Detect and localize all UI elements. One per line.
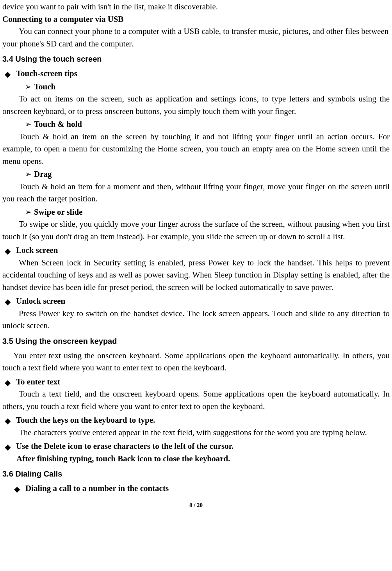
bullet-delete-icon: ◆ Use the Delete icon to erase character…	[5, 440, 390, 453]
body-bold-line: After finishing typing, touch Back icon …	[16, 453, 390, 465]
subbullet-label: Touch	[34, 81, 55, 93]
body-text: Press Power key to switch on the handset…	[2, 308, 390, 332]
bullet-label: Touch the keys on the keyboard to type.	[16, 414, 155, 427]
section-3-6-heading: 3.6 Dialing Calls	[2, 470, 390, 479]
diamond-icon: ◆	[5, 296, 11, 308]
body-text: Touch & hold an item for a moment and th…	[2, 181, 390, 205]
bullet-dialing: ◆ Dialing a call to a number in the cont…	[14, 482, 390, 495]
subbullet-touch: ➢ Touch	[25, 81, 390, 93]
bullet-enter-text: ◆ To enter text	[5, 376, 390, 388]
diamond-icon: ◆	[5, 377, 11, 388]
arrow-icon: ➢	[25, 206, 32, 218]
section-3-5-heading: 3.5 Using the onscreen keypad	[2, 337, 390, 346]
bullet-label: Dialing a call to a number in the contac…	[25, 482, 169, 495]
bullet-label: Unlock screen	[16, 295, 65, 308]
document-page: device you want to pair with isn't in th…	[0, 0, 392, 516]
subbullet-label: Touch & hold	[34, 118, 82, 131]
body-text: Touch a text field, and the onscreen key…	[2, 388, 390, 413]
body-text: The characters you've entered appear in …	[2, 427, 390, 439]
bullet-unlock-screen: ◆ Unlock screen	[5, 295, 390, 308]
body-text: You enter text using the onscreen keyboa…	[2, 350, 390, 374]
section-heading-usb: Connecting to a computer via USB	[2, 13, 390, 26]
subbullet-label: Swipe or slide	[34, 206, 82, 219]
body-text: Touch & hold an item on the screen by to…	[2, 131, 390, 168]
diamond-icon: ◆	[5, 68, 11, 80]
bullet-label: Use the Delete icon to erase characters …	[16, 440, 233, 453]
bullet-lock-screen: ◆ Lock screen	[5, 244, 390, 257]
arrow-icon: ➢	[25, 168, 32, 180]
arrow-icon: ➢	[25, 118, 32, 130]
section-3-4-heading: 3.4 Using the touch screen	[2, 55, 390, 64]
body-fragment: device you want to pair with isn't in th…	[2, 1, 390, 13]
diamond-icon: ◆	[14, 483, 20, 495]
body-text: To swipe or slide, you quickly move your…	[2, 218, 390, 243]
bullet-touchscreen-tips: ◆ Touch-screen tips	[5, 68, 390, 80]
body-text: To act on items on the screen, such as a…	[2, 93, 390, 117]
bullet-label: Lock screen	[16, 244, 58, 257]
subbullet-touch-hold: ➢ Touch & hold	[25, 118, 390, 131]
subbullet-drag: ➢ Drag	[25, 168, 390, 181]
diamond-icon: ◆	[5, 245, 11, 257]
arrow-icon: ➢	[25, 81, 32, 92]
subbullet-label: Drag	[34, 168, 52, 181]
subbullet-swipe: ➢ Swipe or slide	[25, 206, 390, 219]
diamond-icon: ◆	[5, 441, 11, 453]
bullet-label: To enter text	[16, 376, 60, 388]
body-text: When Screen lock in Security setting is …	[2, 257, 390, 294]
page-number: 8 / 20	[2, 502, 390, 509]
body-text: You can connect your phone to a computer…	[2, 25, 390, 50]
bullet-label: Touch-screen tips	[16, 68, 77, 80]
diamond-icon: ◆	[5, 415, 11, 427]
bullet-touch-keys: ◆ Touch the keys on the keyboard to type…	[5, 414, 390, 427]
